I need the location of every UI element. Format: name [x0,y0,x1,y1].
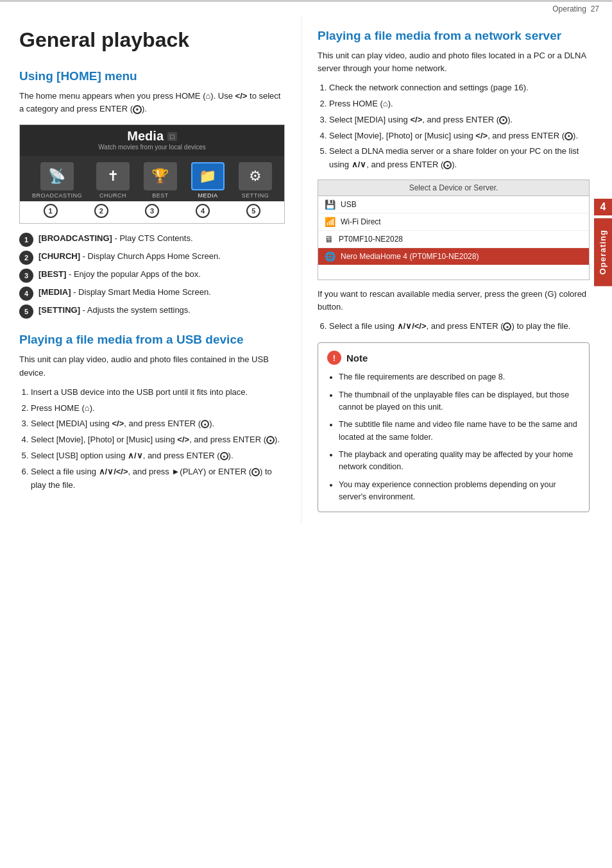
menu-item-text-1: [BROADCASTING] - Play CTS Contents. [38,233,193,245]
diagram-subtitle: Watch movies from your local devices [26,144,278,151]
section-home-menu-title: Using [HOME] menu [19,69,285,83]
hm-icon-box-4: 📁 [191,162,225,190]
hm-icon-media: 📁 MEDIA [191,162,225,199]
usb-step-3: Select [MEDIA] using </>, and press ENTE… [31,417,285,431]
hm-num-3: 3 [145,204,159,218]
after-box-text: If you want to rescan available media se… [318,288,590,313]
note-box: ! Note The file requirements are describ… [318,342,590,512]
usb-step-4: Select [Movie], [Photo] or [Music] using… [31,433,285,447]
menu-item-list: 1 [BROADCASTING] - Play CTS Contents. 2 … [19,233,285,319]
note-items-list: The file requirements are described on p… [327,371,580,503]
menu-badge-2: 2 [19,251,33,265]
page-number: 27 [591,4,599,13]
note-icon: ! [327,351,341,365]
server-item-pt0mf10: 🖥 PT0MF10-NE2028 [318,231,589,248]
network-step-2: Press HOME (⌂). [329,97,590,111]
section-home-menu-desc: The home menu appears when you press HOM… [19,90,285,115]
network-step-6: Select a file using ∧/∨/</>, and press E… [329,320,590,333]
usb-icon: 💾 [325,199,336,210]
menu-badge-4: 4 [19,287,33,301]
nero-icon: 🌐 [325,251,336,262]
hm-icon-box-2: ✝ [96,162,130,190]
hm-num-5: 5 [246,204,260,218]
network-steps: Check the network connection and setting… [318,81,590,172]
network-step-3: Select [MEDIA] using </>, and press ENTE… [329,113,590,127]
menu-item-row-1: 1 [BROADCASTING] - Play CTS Contents. [19,233,285,247]
server-label-pt0mf10: PT0MF10-NE2028 [339,235,403,244]
menu-badge-3: 3 [19,269,33,283]
hm-num-4: 4 [196,204,210,218]
hm-icon-broadcasting: 📡 BROADCASTING [32,162,82,199]
menu-badge-1: 1 [19,233,33,247]
network-step-4: Select [Movie], [Photo] or [Music] using… [329,129,590,143]
menu-item-row-2: 2 [CHURCH] - Display Church Apps Home Sc… [19,251,285,265]
section-network-title: Playing a file media from a network serv… [318,29,590,43]
menu-item-row-5: 5 [SETTING] - Adjusts the system setting… [19,305,285,319]
note-item-1: The file requirements are described on p… [339,371,580,383]
diagram-badge: □ [167,132,177,141]
menu-item-row-4: 4 [MEDIA] - Display Smart Media Home Scr… [19,287,285,301]
note-title: Note [346,353,368,363]
diagram-title: Media [127,129,164,144]
note-item-4: The playback and operating quality may b… [339,449,580,474]
server-item-nero: 🌐 Nero MediaHome 4 (PT0MF10-NE2028) [318,248,589,265]
menu-item-text-4: [MEDIA] - Display Smart Media Home Scree… [38,287,211,299]
note-item-2: The thumbnail of the unplayable files ca… [339,389,580,414]
main-container: General playback Using [HOME] menu The h… [0,16,612,538]
menu-item-text-2: [CHURCH] - Display Church Apps Home Scre… [38,251,221,263]
note-header: ! Note [327,351,580,365]
network-step-1: Check the network connection and setting… [329,81,590,95]
server-label-wifi: Wi-Fi Direct [341,217,381,226]
server-label-usb: USB [341,200,357,209]
hm-icon-setting: ⚙ SETTING [239,162,272,199]
server-label-nero: Nero MediaHome 4 (PT0MF10-NE2028) [341,252,479,261]
top-bar: Operating 27 [0,0,612,16]
usb-steps: Insert a USB device into the USB port un… [19,386,285,492]
menu-item-text-5: [SETTING] - Adjusts the system settings. [38,305,191,317]
network-icon: 🖥 [325,234,334,244]
hm-icon-box-1: 📡 [40,162,74,190]
network-step6-list: Select a file using ∧/∨/</>, and press E… [318,320,590,333]
right-column: Playing a file media from a network serv… [302,16,612,525]
server-item-usb: 💾 USB [318,196,589,213]
section-network-desc: This unit can play video, audio and phot… [318,49,590,75]
hm-icon-church: ✝ CHURCH [96,162,130,199]
server-select-box: Select a Device or Server. 💾 USB 📶 Wi-Fi… [318,179,590,280]
note-item-3: The subtitle file name and video file na… [339,419,580,444]
hm-icon-box-5: ⚙ [239,162,272,190]
server-item-wifi: 📶 Wi-Fi Direct [318,213,589,231]
section-label: Operating [552,4,586,13]
server-select-header: Select a Device or Server. [318,180,589,196]
usb-step-5: Select [USB] option using ∧/∨, and press… [31,449,285,463]
usb-step-1: Insert a USB device into the USB port un… [31,386,285,399]
server-spacer [318,265,589,280]
menu-item-text-3: [BEST] - Enjoy the popular Apps of the b… [38,269,201,281]
main-title: General playback [19,29,285,51]
usb-step-2: Press HOME (⌂). [31,402,285,415]
wifi-icon: 📶 [325,217,336,227]
note-item-5: You may experience connection problems d… [339,479,580,504]
menu-item-row-3: 3 [BEST] - Enjoy the popular Apps of the… [19,269,285,283]
left-column: General playback Using [HOME] menu The h… [0,16,302,525]
network-step-5: Select a DLNA media server or a share fo… [329,145,590,172]
side-chapter-number: 4 [594,199,612,215]
hm-num-2: 2 [94,204,108,218]
usb-step-6: Select a file using ∧/∨/</>, and press ►… [31,465,285,492]
menu-badge-5: 5 [19,305,33,319]
hm-num-1: 1 [44,204,58,218]
side-tab-label: Operating [594,218,612,286]
section-usb-desc: This unit can play video, audio and phot… [19,353,285,379]
hm-icons-row: 📡 BROADCASTING ✝ CHURCH 🏆 BEST 📁 MEDIA [20,156,284,201]
hm-numbers-row: 1 2 3 4 5 [20,201,284,218]
hm-icon-best: 🏆 BEST [144,162,177,199]
section-usb-title: Playing a file media from a USB device [19,333,285,347]
home-menu-diagram: Media □ Watch movies from your local dev… [19,124,285,224]
hm-icon-box-3: 🏆 [144,162,177,190]
